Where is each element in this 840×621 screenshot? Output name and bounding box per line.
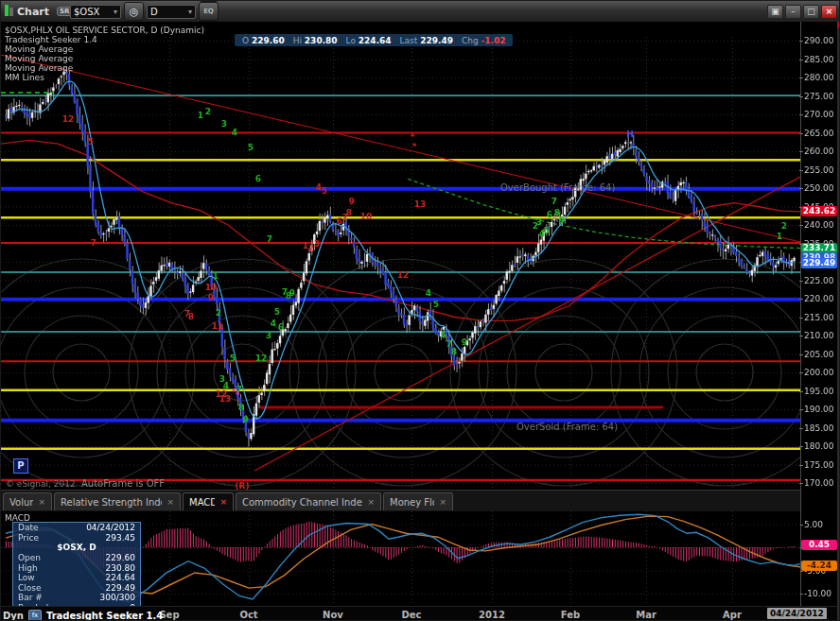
month-label: Apr	[723, 610, 742, 620]
window-title: Chart SR	[5, 1, 72, 22]
price-tag: 229.49	[801, 258, 837, 268]
title-bar: Chart SR $OSX▾ ◎ D▾ ◷✎↻EQ▶Ⓐ◈ ▣–□×	[1, 1, 840, 23]
price-axis-label: 195.00	[804, 387, 834, 396]
price-axis-label: 220.00	[804, 294, 834, 303]
price-axis-label: 215.00	[804, 313, 834, 322]
close-icon[interactable]: ×	[219, 498, 227, 507]
legend-line: Moving Average	[5, 54, 204, 63]
minimize-button[interactable]: –	[785, 5, 801, 19]
low-value: 224.64	[359, 36, 392, 45]
tab-macd[interactable]: MACD×	[183, 492, 234, 510]
tooltip-bar-number: 300/300	[100, 593, 135, 603]
macd-axis-label: -10.00	[804, 589, 831, 598]
price-axis-label: 270.00	[804, 110, 834, 119]
price-chart-canvas[interactable]	[1, 22, 800, 490]
macd-tag: 0.45	[801, 540, 837, 550]
price-axis-label: 205.00	[804, 350, 834, 359]
oversold-label: OverSold (Frame: 64)	[516, 422, 618, 432]
tab-money-flow[interactable]: Money Flow×	[383, 492, 453, 510]
app-name: Tradesight Seeker 1.4	[46, 611, 163, 621]
price-axis-label: 290.00	[804, 36, 834, 45]
restore-button[interactable]: ▣	[767, 5, 783, 19]
month-label: Oct	[239, 610, 257, 620]
month-label: 2012	[479, 610, 505, 620]
close-icon[interactable]: ×	[166, 498, 174, 507]
tooltip-price: 293.45	[106, 533, 136, 543]
legend-line: MM Lines	[5, 73, 204, 82]
price-axis-label: 210.00	[804, 331, 834, 340]
month-label: Feb	[561, 610, 580, 620]
chart-legend: $OSX,PHLX OIL SERVICE SECTOR, D (Dynamic…	[5, 26, 204, 82]
quote-box-icon[interactable]: EQ	[199, 2, 219, 21]
last-value: 229.49	[420, 36, 453, 45]
indicator-tabs-bar: Volume×Relative Strength Index×MACD×Comm…	[1, 490, 800, 512]
price-axis-label: 190.00	[804, 405, 834, 414]
p-button[interactable]: P	[13, 458, 28, 474]
macd-axis-label: 5.00	[804, 520, 823, 529]
price-axis-label: 175.00	[804, 460, 834, 470]
open-value: 229.60	[252, 36, 285, 45]
legend-line: Moving Average	[5, 63, 204, 73]
maximize-button[interactable]: □	[803, 5, 819, 19]
price-axis-label: 280.00	[804, 73, 834, 82]
high-value: 230.80	[305, 36, 338, 45]
tooltip-low: 224.64	[106, 573, 136, 583]
tooltip-close: 229.49	[106, 583, 136, 594]
close-button[interactable]: ×	[821, 5, 837, 19]
tooltip-symbol: $OSX, D	[13, 543, 140, 553]
fx-icon: fx	[28, 610, 42, 621]
month-label: Dec	[401, 610, 421, 620]
price-axis-label: 225.00	[804, 276, 834, 285]
overbought-label: OverBought (Frame: 64)	[500, 182, 615, 193]
chart-type-icon	[5, 5, 13, 19]
symbol-combo[interactable]: $OSX▾	[70, 5, 121, 19]
price-axis-label: 275.00	[804, 92, 834, 101]
legend-line: $OSX,PHLX OIL SERVICE SECTOR, D (Dynamic…	[5, 26, 204, 35]
close-icon[interactable]: ×	[38, 498, 45, 507]
status-bar: Dyn fx Tradesight Seeker 1.4	[1, 609, 163, 621]
tooltip-date: 04/24/2012	[86, 523, 135, 533]
chevron-down-icon: ▾	[114, 8, 117, 16]
copyright-label: © eSignal, 2012	[6, 479, 76, 489]
legend-line: Tradesight Seeker 1.4	[5, 35, 204, 44]
autoframe-label: AutoFrame is OFF	[81, 478, 165, 489]
price-axis-label: 180.00	[804, 441, 834, 451]
interval-combo[interactable]: D▾	[147, 5, 196, 19]
price-axis-label: 260.00	[804, 147, 834, 156]
month-label: Nov	[323, 610, 343, 620]
tab-commodity-channel-index-cci-[interactable]: Commodity Channel Index (CCI)×	[236, 492, 381, 510]
status-left: Dyn	[3, 611, 24, 621]
tooltip-open: 229.60	[106, 553, 136, 563]
price-axis-label: 240.00	[804, 220, 834, 230]
close-icon[interactable]: ×	[439, 498, 446, 507]
chart-window: Chart SR $OSX▾ ◎ D▾ ◷✎↻EQ▶Ⓐ◈ ▣–□× $OSX,P…	[0, 0, 840, 621]
tab-relative-strength-index[interactable]: Relative Strength Index×	[54, 492, 181, 510]
price-axis-label: 250.00	[804, 183, 834, 193]
price-axis-label: 170.00	[804, 478, 834, 488]
legend-line: Moving Average	[5, 44, 204, 54]
quote-bar: O 229.60 Hi 230.80 Lo 224.64 Last 229.49…	[235, 34, 513, 46]
chevron-down-icon: ▾	[188, 8, 192, 16]
price-axis-label: 285.00	[804, 55, 834, 64]
symbol-search-icon[interactable]: ◎	[124, 2, 144, 21]
current-date-tag: 04/24/2012	[767, 608, 827, 619]
tooltip-high: 230.80	[106, 563, 136, 574]
window-title-label: Chart	[17, 6, 49, 18]
month-label: Mar	[636, 610, 656, 620]
change-value: -1.02	[481, 36, 506, 45]
price-axis-label: 255.00	[804, 165, 834, 175]
macd-tag: -4.24	[801, 561, 837, 571]
price-axis-label: 185.00	[804, 423, 834, 433]
tab-volume[interactable]: Volume×	[3, 492, 52, 510]
window-buttons: ▣–□×	[767, 1, 837, 22]
data-tooltip: Date04/24/2012 Price293.45 $OSX, D Open2…	[12, 522, 141, 617]
close-icon[interactable]: ×	[367, 498, 375, 507]
price-tag: 243.62	[801, 206, 837, 216]
toolbar: $OSX▾ ◎ D▾ ◷✎↻EQ▶Ⓐ◈	[70, 1, 219, 22]
price-axis-label: 200.00	[804, 368, 834, 377]
price-axis-label: 265.00	[804, 129, 834, 138]
